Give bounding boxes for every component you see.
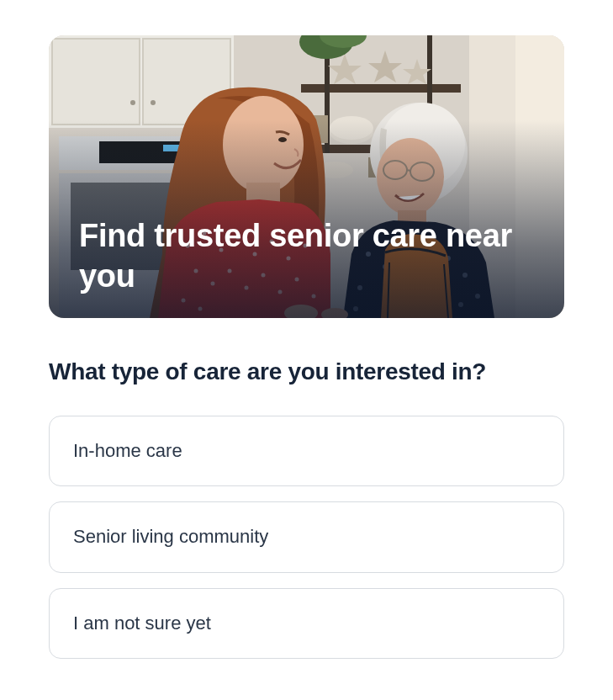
option-not-sure[interactable]: I am not sure yet xyxy=(49,588,564,659)
option-label: Senior living community xyxy=(73,526,268,547)
option-senior-living-community[interactable]: Senior living community xyxy=(49,501,564,572)
question-heading: What type of care are you interested in? xyxy=(49,358,564,385)
hero-banner: Find trusted senior care near you xyxy=(49,35,564,318)
options-list: In-home care Senior living community I a… xyxy=(49,416,564,659)
option-label: In-home care xyxy=(73,440,182,461)
hero-title: Find trusted senior care near you xyxy=(79,216,539,296)
option-label: I am not sure yet xyxy=(73,612,211,634)
option-in-home-care[interactable]: In-home care xyxy=(49,416,564,486)
